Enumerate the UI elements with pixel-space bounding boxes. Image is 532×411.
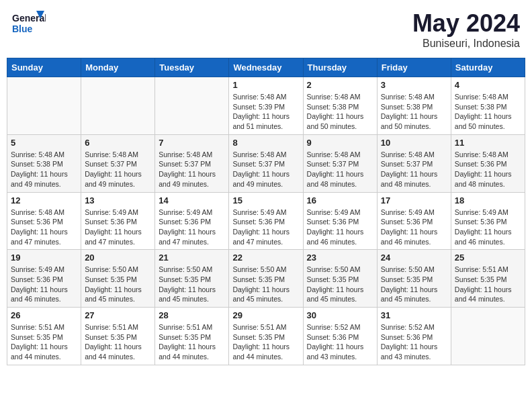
day-info: Sunrise: 5:49 AMSunset: 5:36 PMDaylight:… — [232, 208, 299, 247]
calendar-cell: 15Sunrise: 5:49 AMSunset: 5:36 PMDayligh… — [229, 192, 303, 250]
day-number: 20 — [85, 253, 151, 263]
day-info: Sunrise: 5:48 AMSunset: 5:38 PMDaylight:… — [307, 92, 373, 132]
day-info: Sunrise: 5:50 AMSunset: 5:35 PMDaylight:… — [232, 265, 299, 304]
location-title: Buniseuri, Indonesia — [412, 38, 520, 50]
calendar-cell: 7Sunrise: 5:48 AMSunset: 5:37 PMDaylight… — [155, 134, 229, 192]
calendar-week-3: 12Sunrise: 5:48 AMSunset: 5:36 PMDayligh… — [7, 192, 525, 250]
day-info: Sunrise: 5:52 AMSunset: 5:36 PMDaylight:… — [381, 322, 447, 362]
day-number: 11 — [455, 138, 521, 148]
day-number: 3 — [381, 80, 447, 90]
day-number: 22 — [232, 253, 299, 263]
day-info: Sunrise: 5:49 AMSunset: 5:36 PMDaylight:… — [11, 265, 77, 304]
day-number: 24 — [381, 253, 447, 263]
logo: General Blue — [12, 9, 46, 40]
calendar-cell: 29Sunrise: 5:51 AMSunset: 5:35 PMDayligh… — [229, 308, 303, 365]
calendar-cell: 11Sunrise: 5:48 AMSunset: 5:36 PMDayligh… — [451, 134, 525, 192]
day-info: Sunrise: 5:48 AMSunset: 5:37 PMDaylight:… — [159, 150, 225, 189]
day-number: 17 — [381, 195, 447, 205]
calendar-cell: 21Sunrise: 5:50 AMSunset: 5:35 PMDayligh… — [155, 250, 229, 308]
day-number: 23 — [307, 253, 373, 263]
calendar-cell: 8Sunrise: 5:48 AMSunset: 5:37 PMDaylight… — [229, 134, 303, 192]
calendar-cell: 20Sunrise: 5:50 AMSunset: 5:35 PMDayligh… — [81, 250, 155, 308]
day-info: Sunrise: 5:48 AMSunset: 5:37 PMDaylight:… — [232, 150, 299, 189]
calendar-cell: 24Sunrise: 5:50 AMSunset: 5:35 PMDayligh… — [377, 250, 451, 308]
calendar-cell: 2Sunrise: 5:48 AMSunset: 5:38 PMDaylight… — [303, 77, 377, 135]
calendar-week-5: 26Sunrise: 5:51 AMSunset: 5:35 PMDayligh… — [7, 308, 525, 365]
page-header: General Blue May 2024 Buniseuri, Indones… — [7, 7, 525, 52]
day-info: Sunrise: 5:50 AMSunset: 5:35 PMDaylight:… — [381, 265, 447, 304]
day-info: Sunrise: 5:48 AMSunset: 5:36 PMDaylight:… — [11, 208, 77, 247]
calendar-week-4: 19Sunrise: 5:49 AMSunset: 5:36 PMDayligh… — [7, 250, 525, 308]
calendar-header-tuesday: Tuesday — [155, 58, 229, 77]
logo-icon: General Blue — [12, 9, 46, 40]
day-number: 4 — [455, 80, 521, 90]
calendar-week-1: 1Sunrise: 5:48 AMSunset: 5:39 PMDaylight… — [7, 77, 525, 135]
calendar-cell: 19Sunrise: 5:49 AMSunset: 5:36 PMDayligh… — [7, 250, 81, 308]
day-info: Sunrise: 5:48 AMSunset: 5:37 PMDaylight:… — [307, 150, 373, 189]
day-number: 30 — [307, 310, 373, 320]
calendar-header-thursday: Thursday — [303, 58, 377, 77]
day-number: 29 — [232, 310, 299, 320]
calendar-header-sunday: Sunday — [7, 58, 81, 77]
day-number: 9 — [307, 138, 373, 148]
calendar-cell — [451, 308, 525, 365]
calendar-cell: 9Sunrise: 5:48 AMSunset: 5:37 PMDaylight… — [303, 134, 377, 192]
calendar-header-monday: Monday — [81, 58, 155, 77]
day-info: Sunrise: 5:48 AMSunset: 5:37 PMDaylight:… — [85, 150, 151, 189]
calendar-cell: 4Sunrise: 5:48 AMSunset: 5:38 PMDaylight… — [451, 77, 525, 135]
calendar-cell: 6Sunrise: 5:48 AMSunset: 5:37 PMDaylight… — [81, 134, 155, 192]
day-info: Sunrise: 5:48 AMSunset: 5:38 PMDaylight:… — [381, 92, 447, 132]
calendar-cell: 16Sunrise: 5:49 AMSunset: 5:36 PMDayligh… — [303, 192, 377, 250]
calendar-header-wednesday: Wednesday — [229, 58, 303, 77]
day-number: 26 — [11, 310, 77, 320]
day-number: 25 — [455, 253, 521, 263]
day-info: Sunrise: 5:48 AMSunset: 5:38 PMDaylight:… — [455, 92, 521, 132]
day-number: 12 — [11, 195, 77, 205]
day-number: 15 — [232, 195, 299, 205]
calendar-header-friday: Friday — [377, 58, 451, 77]
day-number: 7 — [159, 138, 225, 148]
svg-text:Blue: Blue — [12, 24, 33, 34]
day-info: Sunrise: 5:51 AMSunset: 5:35 PMDaylight:… — [159, 322, 225, 362]
calendar-cell: 12Sunrise: 5:48 AMSunset: 5:36 PMDayligh… — [7, 192, 81, 250]
day-number: 1 — [232, 80, 299, 90]
calendar-cell — [7, 77, 81, 135]
calendar-cell: 30Sunrise: 5:52 AMSunset: 5:36 PMDayligh… — [303, 308, 377, 365]
day-info: Sunrise: 5:50 AMSunset: 5:35 PMDaylight:… — [307, 265, 373, 304]
day-number: 27 — [85, 310, 151, 320]
day-number: 10 — [381, 138, 447, 148]
calendar-cell: 13Sunrise: 5:49 AMSunset: 5:36 PMDayligh… — [81, 192, 155, 250]
day-info: Sunrise: 5:48 AMSunset: 5:37 PMDaylight:… — [381, 150, 447, 189]
calendar-cell: 18Sunrise: 5:49 AMSunset: 5:36 PMDayligh… — [451, 192, 525, 250]
day-number: 28 — [159, 310, 225, 320]
day-info: Sunrise: 5:52 AMSunset: 5:36 PMDaylight:… — [307, 322, 373, 362]
day-number: 18 — [455, 195, 521, 205]
day-info: Sunrise: 5:48 AMSunset: 5:39 PMDaylight:… — [232, 92, 299, 132]
calendar-cell: 10Sunrise: 5:48 AMSunset: 5:37 PMDayligh… — [377, 134, 451, 192]
day-info: Sunrise: 5:49 AMSunset: 5:36 PMDaylight:… — [159, 208, 225, 247]
day-info: Sunrise: 5:50 AMSunset: 5:35 PMDaylight:… — [159, 265, 225, 304]
calendar-cell: 14Sunrise: 5:49 AMSunset: 5:36 PMDayligh… — [155, 192, 229, 250]
day-number: 8 — [232, 138, 299, 148]
day-number: 2 — [307, 80, 373, 90]
day-info: Sunrise: 5:51 AMSunset: 5:35 PMDaylight:… — [232, 322, 299, 362]
calendar-cell — [81, 77, 155, 135]
calendar-body: 1Sunrise: 5:48 AMSunset: 5:39 PMDaylight… — [7, 77, 525, 365]
day-number: 6 — [85, 138, 151, 148]
day-info: Sunrise: 5:51 AMSunset: 5:35 PMDaylight:… — [455, 265, 521, 304]
day-number: 16 — [307, 195, 373, 205]
day-info: Sunrise: 5:48 AMSunset: 5:36 PMDaylight:… — [455, 150, 521, 189]
calendar-cell: 5Sunrise: 5:48 AMSunset: 5:38 PMDaylight… — [7, 134, 81, 192]
calendar-cell — [155, 77, 229, 135]
calendar-cell: 31Sunrise: 5:52 AMSunset: 5:36 PMDayligh… — [377, 308, 451, 365]
calendar-header-row: SundayMondayTuesdayWednesdayThursdayFrid… — [7, 58, 525, 77]
day-number: 5 — [11, 138, 77, 148]
month-title: May 2024 — [412, 9, 520, 38]
calendar-week-2: 5Sunrise: 5:48 AMSunset: 5:38 PMDaylight… — [7, 134, 525, 192]
day-info: Sunrise: 5:51 AMSunset: 5:35 PMDaylight:… — [11, 322, 77, 362]
calendar-cell: 3Sunrise: 5:48 AMSunset: 5:38 PMDaylight… — [377, 77, 451, 135]
day-number: 13 — [85, 195, 151, 205]
calendar-cell: 17Sunrise: 5:49 AMSunset: 5:36 PMDayligh… — [377, 192, 451, 250]
calendar-cell: 27Sunrise: 5:51 AMSunset: 5:35 PMDayligh… — [81, 308, 155, 365]
day-number: 31 — [381, 310, 447, 320]
